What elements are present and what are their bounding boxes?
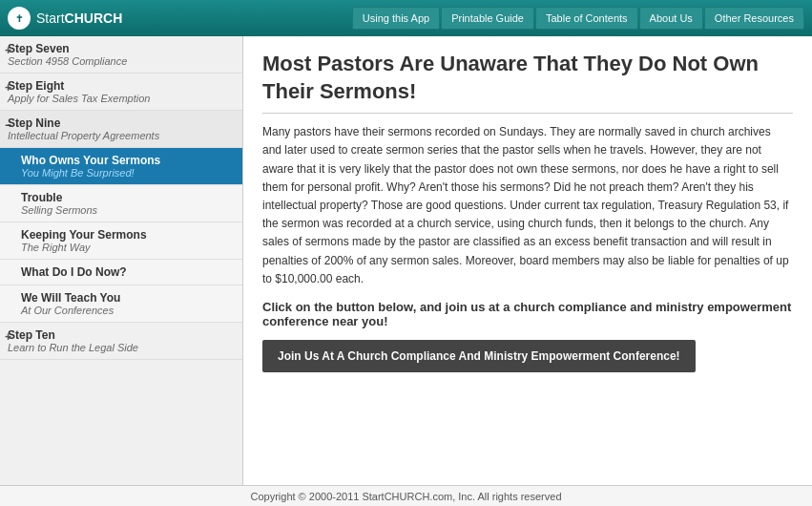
tab-toc[interactable]: Table of Contents — [535, 7, 638, 30]
logo-text: StartCHURCH — [36, 11, 122, 26]
step7-title: Step Seven — [8, 42, 235, 55]
step9-title: Step Nine — [8, 116, 235, 130]
who-owns-title: Who Owns Your Sermons — [21, 154, 235, 167]
trouble-subtitle: Selling Sermons — [21, 204, 235, 216]
keeping-subtitle: The Right Way — [21, 242, 235, 253]
teach-you-subtitle: At Our Conferences — [21, 305, 235, 316]
main-body: + Step Seven Section 4958 Compliance + S… — [0, 36, 812, 485]
sidebar-item-step9[interactable]: − Step Nine Intellectual Property Agreem… — [0, 111, 242, 148]
tab-printable[interactable]: Printable Guide — [441, 7, 534, 30]
teach-you-title: We Will Teach You — [21, 291, 235, 305]
logo-start: Start — [36, 11, 65, 26]
sub-item-keeping[interactable]: Keeping Your Sermons The Right Way — [0, 222, 242, 260]
content-body: Many pastors have their sermons recorded… — [262, 123, 793, 288]
sidebar-item-step10[interactable]: + Step Ten Learn to Run the Legal Side — [0, 323, 242, 360]
trouble-title: Trouble — [21, 191, 235, 204]
app-header: ✝ StartCHURCH Using this App Printable G… — [0, 0, 812, 36]
step10-title: Step Ten — [8, 328, 235, 342]
sub-item-what-now[interactable]: What Do I Do Now? — [0, 260, 242, 285]
footer: Copyright © 2000-2011 StartCHURCH.com, I… — [0, 485, 812, 506]
nav-tabs: Using this App Printable Guide Table of … — [352, 7, 804, 30]
expand-icon-step8: + — [5, 81, 11, 95]
step9-subtitle: Intellectual Property Agreements — [8, 130, 235, 141]
cta-text: Click on the button below, and join us a… — [262, 300, 793, 328]
who-owns-subtitle: You Might Be Surprised! — [21, 167, 235, 179]
step7-subtitle: Section 4958 Compliance — [8, 55, 235, 67]
logo-icon: ✝ — [8, 7, 31, 30]
tab-resources[interactable]: Other Resources — [704, 7, 804, 30]
sub-item-teach-you[interactable]: We Will Teach You At Our Conferences — [0, 285, 242, 323]
sidebar-item-step8[interactable]: + Step Eight Apply for Sales Tax Exempti… — [0, 74, 242, 111]
what-now-title: What Do I Do Now? — [21, 265, 235, 279]
sidebar-item-step7[interactable]: + Step Seven Section 4958 Compliance — [0, 36, 242, 74]
cta-button[interactable]: Join Us At A Church Compliance And Minis… — [262, 340, 696, 372]
sub-item-trouble[interactable]: Trouble Selling Sermons — [0, 185, 242, 222]
sidebar: + Step Seven Section 4958 Compliance + S… — [0, 36, 243, 485]
step8-title: Step Eight — [8, 79, 235, 93]
expand-icon-step9: − — [5, 118, 11, 132]
logo-area: ✝ StartCHURCH — [8, 7, 122, 30]
logo-church: CHURCH — [65, 11, 123, 26]
expand-icon-step10: + — [5, 330, 11, 344]
keeping-title: Keeping Your Sermons — [21, 228, 235, 242]
footer-text: Copyright © 2000-2011 StartCHURCH.com, I… — [250, 491, 561, 502]
content-area: Most Pastors Are Unaware That They Do No… — [243, 36, 812, 485]
content-title: Most Pastors Are Unaware That They Do No… — [262, 51, 793, 114]
expand-icon-step7: + — [5, 44, 11, 57]
sub-item-who-owns[interactable]: Who Owns Your Sermons You Might Be Surpr… — [0, 148, 242, 185]
step8-subtitle: Apply for Sales Tax Exemption — [8, 93, 235, 104]
step10-subtitle: Learn to Run the Legal Side — [8, 342, 235, 353]
tab-using[interactable]: Using this App — [352, 7, 440, 30]
tab-about[interactable]: About Us — [639, 7, 703, 30]
